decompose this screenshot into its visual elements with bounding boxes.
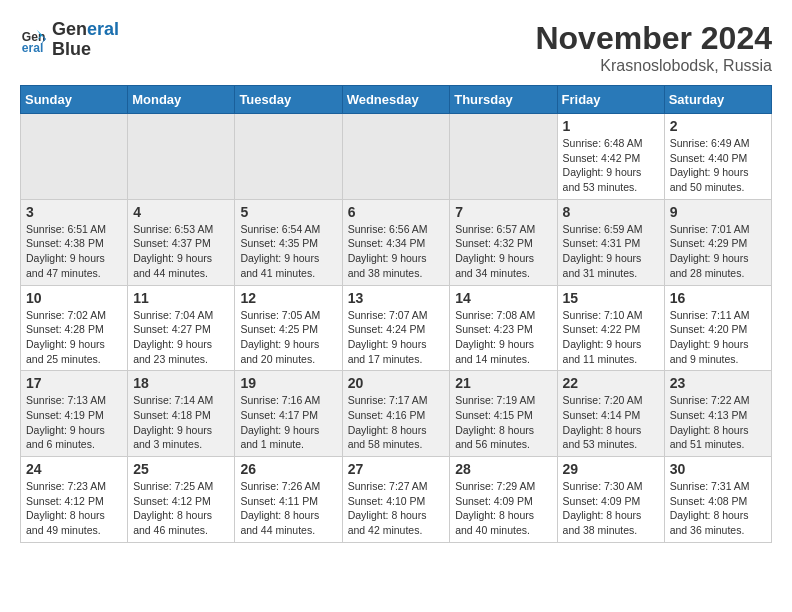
weekday-header-sunday: Sunday	[21, 86, 128, 114]
weekday-header-row: SundayMondayTuesdayWednesdayThursdayFrid…	[21, 86, 772, 114]
day-info: Sunrise: 7:01 AM Sunset: 4:29 PM Dayligh…	[670, 222, 766, 281]
day-info: Sunrise: 6:48 AM Sunset: 4:42 PM Dayligh…	[563, 136, 659, 195]
day-info: Sunrise: 7:16 AM Sunset: 4:17 PM Dayligh…	[240, 393, 336, 452]
calendar-week-row: 24Sunrise: 7:23 AM Sunset: 4:12 PM Dayli…	[21, 457, 772, 543]
day-number: 7	[455, 204, 551, 220]
day-number: 20	[348, 375, 445, 391]
calendar-day-cell: 23Sunrise: 7:22 AM Sunset: 4:13 PM Dayli…	[664, 371, 771, 457]
calendar-day-cell	[342, 114, 450, 200]
day-info: Sunrise: 7:13 AM Sunset: 4:19 PM Dayligh…	[26, 393, 122, 452]
calendar-day-cell: 2Sunrise: 6:49 AM Sunset: 4:40 PM Daylig…	[664, 114, 771, 200]
page-header: Gen eral GeneralBlue November 2024 Krasn…	[20, 20, 772, 75]
day-info: Sunrise: 7:26 AM Sunset: 4:11 PM Dayligh…	[240, 479, 336, 538]
day-number: 29	[563, 461, 659, 477]
day-number: 22	[563, 375, 659, 391]
calendar-day-cell: 10Sunrise: 7:02 AM Sunset: 4:28 PM Dayli…	[21, 285, 128, 371]
day-info: Sunrise: 7:30 AM Sunset: 4:09 PM Dayligh…	[563, 479, 659, 538]
day-info: Sunrise: 7:02 AM Sunset: 4:28 PM Dayligh…	[26, 308, 122, 367]
calendar-day-cell: 16Sunrise: 7:11 AM Sunset: 4:20 PM Dayli…	[664, 285, 771, 371]
day-info: Sunrise: 7:17 AM Sunset: 4:16 PM Dayligh…	[348, 393, 445, 452]
weekday-header-saturday: Saturday	[664, 86, 771, 114]
calendar-day-cell	[21, 114, 128, 200]
day-info: Sunrise: 7:10 AM Sunset: 4:22 PM Dayligh…	[563, 308, 659, 367]
title-block: November 2024 Krasnoslobodsk, Russia	[535, 20, 772, 75]
logo-icon: Gen eral	[20, 26, 48, 54]
day-number: 8	[563, 204, 659, 220]
weekday-header-friday: Friday	[557, 86, 664, 114]
day-number: 21	[455, 375, 551, 391]
day-info: Sunrise: 7:04 AM Sunset: 4:27 PM Dayligh…	[133, 308, 229, 367]
day-number: 2	[670, 118, 766, 134]
calendar-day-cell: 1Sunrise: 6:48 AM Sunset: 4:42 PM Daylig…	[557, 114, 664, 200]
day-number: 26	[240, 461, 336, 477]
day-number: 9	[670, 204, 766, 220]
day-info: Sunrise: 6:53 AM Sunset: 4:37 PM Dayligh…	[133, 222, 229, 281]
calendar-day-cell: 13Sunrise: 7:07 AM Sunset: 4:24 PM Dayli…	[342, 285, 450, 371]
calendar-day-cell: 30Sunrise: 7:31 AM Sunset: 4:08 PM Dayli…	[664, 457, 771, 543]
calendar-day-cell: 26Sunrise: 7:26 AM Sunset: 4:11 PM Dayli…	[235, 457, 342, 543]
day-number: 1	[563, 118, 659, 134]
day-info: Sunrise: 7:27 AM Sunset: 4:10 PM Dayligh…	[348, 479, 445, 538]
day-number: 16	[670, 290, 766, 306]
day-number: 17	[26, 375, 122, 391]
calendar-day-cell	[128, 114, 235, 200]
day-number: 30	[670, 461, 766, 477]
logo-text: GeneralBlue	[52, 20, 119, 60]
day-info: Sunrise: 6:59 AM Sunset: 4:31 PM Dayligh…	[563, 222, 659, 281]
day-number: 14	[455, 290, 551, 306]
day-number: 28	[455, 461, 551, 477]
calendar-day-cell: 3Sunrise: 6:51 AM Sunset: 4:38 PM Daylig…	[21, 199, 128, 285]
calendar-day-cell: 5Sunrise: 6:54 AM Sunset: 4:35 PM Daylig…	[235, 199, 342, 285]
weekday-header-wednesday: Wednesday	[342, 86, 450, 114]
calendar-day-cell: 28Sunrise: 7:29 AM Sunset: 4:09 PM Dayli…	[450, 457, 557, 543]
calendar-day-cell: 11Sunrise: 7:04 AM Sunset: 4:27 PM Dayli…	[128, 285, 235, 371]
calendar-day-cell: 29Sunrise: 7:30 AM Sunset: 4:09 PM Dayli…	[557, 457, 664, 543]
location: Krasnoslobodsk, Russia	[535, 57, 772, 75]
weekday-header-thursday: Thursday	[450, 86, 557, 114]
day-info: Sunrise: 7:20 AM Sunset: 4:14 PM Dayligh…	[563, 393, 659, 452]
day-number: 6	[348, 204, 445, 220]
day-number: 18	[133, 375, 229, 391]
calendar-day-cell: 18Sunrise: 7:14 AM Sunset: 4:18 PM Dayli…	[128, 371, 235, 457]
calendar-table: SundayMondayTuesdayWednesdayThursdayFrid…	[20, 85, 772, 543]
calendar-day-cell: 12Sunrise: 7:05 AM Sunset: 4:25 PM Dayli…	[235, 285, 342, 371]
calendar-day-cell: 8Sunrise: 6:59 AM Sunset: 4:31 PM Daylig…	[557, 199, 664, 285]
month-title: November 2024	[535, 20, 772, 57]
day-number: 25	[133, 461, 229, 477]
day-info: Sunrise: 6:49 AM Sunset: 4:40 PM Dayligh…	[670, 136, 766, 195]
day-number: 24	[26, 461, 122, 477]
day-number: 10	[26, 290, 122, 306]
day-info: Sunrise: 6:57 AM Sunset: 4:32 PM Dayligh…	[455, 222, 551, 281]
calendar-day-cell: 24Sunrise: 7:23 AM Sunset: 4:12 PM Dayli…	[21, 457, 128, 543]
calendar-day-cell: 25Sunrise: 7:25 AM Sunset: 4:12 PM Dayli…	[128, 457, 235, 543]
calendar-day-cell: 15Sunrise: 7:10 AM Sunset: 4:22 PM Dayli…	[557, 285, 664, 371]
weekday-header-tuesday: Tuesday	[235, 86, 342, 114]
day-number: 5	[240, 204, 336, 220]
day-number: 27	[348, 461, 445, 477]
calendar-week-row: 10Sunrise: 7:02 AM Sunset: 4:28 PM Dayli…	[21, 285, 772, 371]
day-info: Sunrise: 6:54 AM Sunset: 4:35 PM Dayligh…	[240, 222, 336, 281]
day-number: 11	[133, 290, 229, 306]
calendar-day-cell: 14Sunrise: 7:08 AM Sunset: 4:23 PM Dayli…	[450, 285, 557, 371]
day-info: Sunrise: 7:31 AM Sunset: 4:08 PM Dayligh…	[670, 479, 766, 538]
day-info: Sunrise: 7:25 AM Sunset: 4:12 PM Dayligh…	[133, 479, 229, 538]
calendar-day-cell	[235, 114, 342, 200]
calendar-day-cell: 19Sunrise: 7:16 AM Sunset: 4:17 PM Dayli…	[235, 371, 342, 457]
day-number: 12	[240, 290, 336, 306]
day-info: Sunrise: 7:05 AM Sunset: 4:25 PM Dayligh…	[240, 308, 336, 367]
day-info: Sunrise: 7:07 AM Sunset: 4:24 PM Dayligh…	[348, 308, 445, 367]
day-number: 15	[563, 290, 659, 306]
calendar-day-cell: 9Sunrise: 7:01 AM Sunset: 4:29 PM Daylig…	[664, 199, 771, 285]
calendar-week-row: 17Sunrise: 7:13 AM Sunset: 4:19 PM Dayli…	[21, 371, 772, 457]
calendar-day-cell: 20Sunrise: 7:17 AM Sunset: 4:16 PM Dayli…	[342, 371, 450, 457]
day-info: Sunrise: 7:14 AM Sunset: 4:18 PM Dayligh…	[133, 393, 229, 452]
day-info: Sunrise: 6:56 AM Sunset: 4:34 PM Dayligh…	[348, 222, 445, 281]
day-info: Sunrise: 7:29 AM Sunset: 4:09 PM Dayligh…	[455, 479, 551, 538]
day-number: 23	[670, 375, 766, 391]
calendar-day-cell: 21Sunrise: 7:19 AM Sunset: 4:15 PM Dayli…	[450, 371, 557, 457]
day-number: 13	[348, 290, 445, 306]
calendar-day-cell: 17Sunrise: 7:13 AM Sunset: 4:19 PM Dayli…	[21, 371, 128, 457]
day-info: Sunrise: 7:08 AM Sunset: 4:23 PM Dayligh…	[455, 308, 551, 367]
svg-text:eral: eral	[22, 41, 44, 54]
day-number: 4	[133, 204, 229, 220]
